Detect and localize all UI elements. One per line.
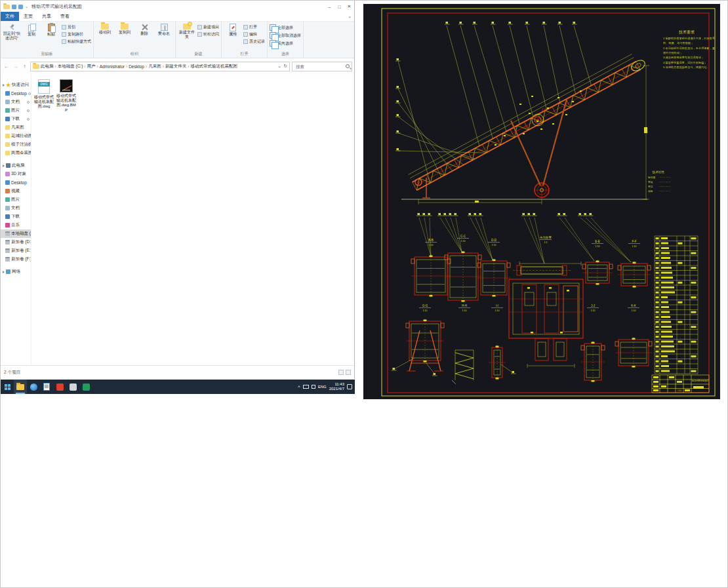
edit-icon [243, 32, 248, 37]
detail-view-label: 1:10 [492, 244, 496, 246]
sidebar-item-documents[interactable]: 文档 [1, 98, 31, 106]
sidebar-item-drive-d[interactable]: 新加卷 (D:) [1, 238, 31, 246]
tab-share[interactable]: 共享 [37, 12, 56, 21]
paste-shortcut-button[interactable]: 粘贴快捷方式 [62, 39, 91, 45]
paste-button[interactable]: 粘贴 [42, 23, 60, 37]
search-input[interactable] [294, 64, 346, 69]
taskbar-grey-app-button[interactable] [66, 380, 79, 394]
explorer-folder-icon [16, 384, 24, 390]
qat-newfolder-icon[interactable] [18, 5, 23, 9]
breadcrumb-segment[interactable]: 本地磁盘 (C:) [58, 64, 83, 69]
notification-center-icon[interactable] [347, 384, 352, 389]
sidebar-item-music[interactable]: 音乐 [1, 221, 31, 229]
copy-path-button[interactable]: 复制路径 [62, 31, 91, 37]
new-item-button[interactable]: 新建项目 [197, 24, 219, 30]
close-button[interactable]: ✕ [344, 1, 354, 12]
sidebar-item-downloads[interactable]: 下载 [1, 212, 31, 221]
breadcrumb-segment[interactable]: Administrator [100, 64, 125, 69]
maximize-button[interactable]: □ [334, 1, 344, 12]
detail-view-label: G-G [422, 304, 428, 307]
sidebar-item-local-disk-c[interactable]: 本地磁盘 (C:) [1, 229, 31, 238]
select-all-button[interactable]: 全部选择 [270, 24, 301, 31]
invert-selection-button[interactable]: 反向选择 [270, 40, 301, 47]
sidebar-item-pictures[interactable]: 图片 [1, 195, 31, 204]
address-bar[interactable]: 此电脑› 本地磁盘 (C:)› 用户› Administrator› Deskt… [30, 62, 290, 71]
sidebar-item-3d-objects[interactable]: 3D 对象 [1, 170, 31, 178]
sidebar-item-drive-f[interactable]: 新加卷 (F:) [1, 255, 31, 264]
sidebar-item-quick-access[interactable]: 快速访问 [1, 81, 31, 89]
select-none-button[interactable]: 全部取消选择 [270, 32, 301, 39]
clock[interactable]: 11:43 2021/4/7 [329, 382, 344, 391]
tab-view[interactable]: 查看 [56, 12, 74, 21]
touch-keyboard-icon[interactable] [303, 385, 309, 389]
spec-table-row: 倾角 [648, 189, 653, 193]
qat-customize-icon[interactable]: ⌄ [25, 5, 28, 9]
file-item-bmp[interactable]: 移动式带式输送机装配图.dwg.BMP [56, 79, 76, 113]
sidebar-item-pictures[interactable]: 图片 [1, 106, 31, 115]
back-button[interactable]: ← [3, 64, 10, 69]
sidebar-item-folder[interactable]: 凡果图 [1, 123, 31, 132]
ribbon-expand-icon[interactable]: ⌄ [348, 14, 352, 19]
forward-button[interactable]: → [12, 64, 19, 69]
sidebar-item-folder[interactable]: 花城拉动图 [1, 132, 31, 140]
qat-properties-icon[interactable] [12, 5, 16, 9]
thumbnails-view-icon[interactable] [346, 370, 351, 375]
tray-app-icon[interactable] [312, 385, 315, 389]
edit-button[interactable]: 编辑 [243, 31, 265, 37]
detail-view-label: 1:10 [462, 309, 467, 312]
pin-quick-access-button[interactable]: 固定到“快速访问” [3, 23, 21, 41]
sidebar-item-this-pc[interactable]: 此电脑 [1, 161, 31, 170]
expander-icon[interactable] [3, 271, 5, 273]
sidebar-item-documents[interactable]: 文档 [1, 204, 31, 212]
details-view-icon[interactable] [338, 370, 344, 375]
delete-button[interactable]: 删除 [135, 23, 153, 36]
open-button[interactable]: 打开 [243, 24, 265, 30]
sidebar-item-folder[interactable]: 模子注油机图 [1, 140, 31, 149]
new-folder-button[interactable]: 新建文件夹 [178, 23, 196, 39]
sidebar-item-desktop[interactable]: Desktop [1, 89, 31, 98]
breadcrumb-segment[interactable]: Desktop [129, 64, 144, 69]
move-to-button[interactable]: 移动到 [96, 23, 114, 35]
breadcrumb-segment[interactable]: 新建文件夹 [165, 64, 187, 69]
taskbar-document-app-button[interactable] [40, 380, 53, 394]
drive-icon [5, 248, 10, 253]
taskbar-explorer-button[interactable] [14, 380, 27, 394]
breadcrumb-segment[interactable]: 凡果图 [148, 64, 161, 69]
taskbar-red-app-button[interactable] [53, 380, 66, 394]
refresh-icon[interactable]: ↻ [283, 64, 287, 69]
sidebar-item-network[interactable]: 网络 [1, 267, 31, 276]
taskbar-browser-button[interactable] [27, 380, 40, 394]
file-item-dwg[interactable]: DWG 移动式带式输送机装配图.dwg [34, 79, 54, 109]
sidebar-item-downloads[interactable]: 下载 [1, 115, 31, 123]
breadcrumb-segment[interactable]: 此电脑 [41, 64, 54, 69]
expander-icon[interactable] [3, 165, 5, 167]
language-indicator[interactable]: ENG [318, 385, 327, 389]
properties-button[interactable]: 属性 [224, 23, 242, 37]
group-label-clipboard: 剪贴板 [3, 50, 91, 58]
sidebar-item-drive-e[interactable]: 新加卷 (E:) [1, 246, 31, 255]
expander-icon[interactable] [3, 84, 5, 87]
up-button[interactable]: ↑ [21, 64, 28, 69]
sidebar-item-videos[interactable]: 视频 [1, 187, 31, 195]
copy-to-button[interactable]: 复制到 [115, 23, 134, 35]
rename-button[interactable]: 重命名 [155, 23, 173, 36]
minimize-button[interactable]: – [325, 1, 334, 12]
new-item-icon [197, 25, 202, 29]
breadcrumb-segment[interactable]: 移动式带式输送机装配图 [191, 64, 238, 69]
start-button[interactable] [1, 380, 14, 394]
easy-access-button[interactable]: 轻松访问 [197, 31, 219, 37]
tab-home[interactable]: 主页 [19, 12, 37, 21]
taskbar-green-app-button[interactable] [79, 380, 92, 394]
address-dropdown-icon[interactable]: ⌄ [277, 64, 281, 69]
sidebar-item-folder[interactable]: 两用伞装图 [1, 149, 31, 157]
cut-button[interactable]: 剪切 [62, 24, 91, 30]
breadcrumb-separator: › [55, 64, 56, 69]
history-button[interactable]: 历史记录 [243, 39, 265, 45]
sidebar-item-desktop[interactable]: Desktop [1, 178, 31, 187]
copy-button[interactable]: 复制 [22, 23, 41, 37]
breadcrumb-segment[interactable]: 用户 [87, 64, 95, 69]
search-box[interactable] [292, 62, 352, 71]
tab-file[interactable]: 文件 [1, 12, 19, 21]
hidden-icons-chevron[interactable]: ^ [298, 385, 300, 389]
detail-view-label: I-I [496, 304, 498, 307]
